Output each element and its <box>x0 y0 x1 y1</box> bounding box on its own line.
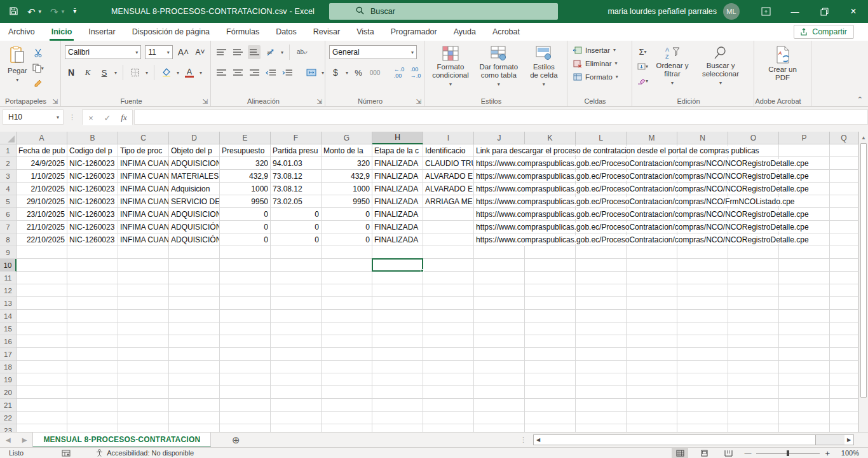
cell-I8[interactable] <box>423 233 474 246</box>
cell-D3[interactable]: MATERIALES <box>169 170 220 183</box>
cell-J19[interactable] <box>474 373 525 386</box>
cell-G15[interactable] <box>322 323 372 335</box>
cell-E20[interactable] <box>220 386 271 399</box>
name-box[interactable]: H10 ▾ <box>3 109 64 125</box>
row-header-12[interactable]: 12 <box>0 284 17 297</box>
cell-J14[interactable] <box>474 310 525 323</box>
tab-programador[interactable]: Programador <box>383 23 445 41</box>
cell-J8[interactable]: https://www.compraspublicas.gob.ec/Proce… <box>474 233 525 246</box>
cell-N17[interactable] <box>677 348 728 361</box>
cell-N21[interactable] <box>677 399 728 412</box>
cell-I19[interactable] <box>423 373 474 386</box>
cell-C9[interactable] <box>118 246 169 259</box>
cell-F3[interactable]: 73.08.12 <box>271 170 322 183</box>
cell-I7[interactable] <box>423 221 474 233</box>
cell-styles-button[interactable]: Estilos de celda▾ <box>525 43 563 90</box>
cell-M15[interactable] <box>627 323 677 335</box>
cell-I17[interactable] <box>423 348 474 361</box>
cell-H15[interactable] <box>372 323 423 335</box>
cell-L22[interactable] <box>576 412 627 424</box>
cell-B19[interactable] <box>67 373 118 386</box>
column-header-J[interactable]: J <box>474 132 525 144</box>
cell-A12[interactable] <box>17 284 67 297</box>
cell-O16[interactable] <box>728 335 779 348</box>
cell-Q20[interactable] <box>830 386 858 399</box>
name-box-dropdown-icon[interactable]: ▾ <box>57 114 59 120</box>
cell-O15[interactable] <box>728 323 779 335</box>
cell-Q2[interactable] <box>830 157 858 170</box>
underline-dropdown-icon[interactable]: ▾ <box>114 70 117 76</box>
page-layout-view-icon[interactable] <box>696 448 712 458</box>
row-header-13[interactable]: 13 <box>0 297 17 310</box>
cell-I9[interactable] <box>423 246 474 259</box>
cell-M11[interactable] <box>627 272 677 284</box>
increase-decimal-icon[interactable]: ←.0.00 <box>393 66 405 80</box>
cell-O23[interactable] <box>728 424 779 432</box>
cell-I14[interactable] <box>423 310 474 323</box>
vertical-scrollbar[interactable]: ▲ <box>858 132 868 432</box>
orientation-icon[interactable]: ab <box>264 45 277 59</box>
cell-A14[interactable] <box>17 310 67 323</box>
cell-C6[interactable]: INFIMA CUANTIA <box>118 208 169 221</box>
cell-G2[interactable]: 320 <box>322 157 372 170</box>
cell-Q18[interactable] <box>830 361 858 373</box>
cell-G5[interactable]: 9950 <box>322 195 372 208</box>
font-dialog-launcher-icon[interactable]: ⇲ <box>203 98 208 105</box>
cell-P23[interactable] <box>779 424 830 432</box>
cell-E9[interactable] <box>220 246 271 259</box>
cell-L14[interactable] <box>576 310 627 323</box>
decrease-indent-icon[interactable] <box>264 66 277 80</box>
cell-M20[interactable] <box>627 386 677 399</box>
cell-A13[interactable] <box>17 297 67 310</box>
restore-button[interactable] <box>810 0 839 23</box>
cell-L16[interactable] <box>576 335 627 348</box>
align-left-icon[interactable] <box>215 66 227 80</box>
row-header-2[interactable]: 2 <box>0 157 17 170</box>
cell-I15[interactable] <box>423 323 474 335</box>
cell-Q14[interactable] <box>830 310 858 323</box>
cell-H7[interactable]: FINALIZADA <box>372 221 423 233</box>
cell-C7[interactable]: INFIMA CUANTIA <box>118 221 169 233</box>
clear-icon[interactable]: ▾ <box>636 74 649 88</box>
cell-D11[interactable] <box>169 272 220 284</box>
cell-G12[interactable] <box>322 284 372 297</box>
cell-J2[interactable]: https://www.compraspublicas.gob.ec/Proce… <box>474 157 525 170</box>
cell-P19[interactable] <box>779 373 830 386</box>
cell-F15[interactable] <box>271 323 322 335</box>
cell-F14[interactable] <box>271 310 322 323</box>
cell-H12[interactable] <box>372 284 423 297</box>
cell-J6[interactable]: https://www.compraspublicas.gob.ec/Proce… <box>474 208 525 221</box>
cell-J1[interactable]: Link para descargar el proceso de contra… <box>474 144 525 157</box>
cell-P16[interactable] <box>779 335 830 348</box>
cell-M13[interactable] <box>627 297 677 310</box>
row-header-4[interactable]: 4 <box>0 183 17 195</box>
scroll-left-icon[interactable]: ◀ <box>534 437 543 443</box>
scroll-up-icon[interactable]: ▲ <box>859 132 868 143</box>
cell-F19[interactable] <box>271 373 322 386</box>
cell-G17[interactable] <box>322 348 372 361</box>
tab-ayuda[interactable]: Ayuda <box>445 23 484 41</box>
cell-B10[interactable] <box>67 259 118 272</box>
cell-D2[interactable]: ADQUISICION <box>169 157 220 170</box>
alignment-dialog-launcher-icon[interactable]: ⇲ <box>317 98 322 105</box>
cell-D1[interactable]: Objeto del p <box>169 144 220 157</box>
close-button[interactable]: × <box>839 0 868 23</box>
cell-L15[interactable] <box>576 323 627 335</box>
cell-D13[interactable] <box>169 297 220 310</box>
row-header-9[interactable]: 9 <box>0 246 17 259</box>
cell-F5[interactable]: 73.02.05 <box>271 195 322 208</box>
row-header-14[interactable]: 14 <box>0 310 17 323</box>
cell-D18[interactable] <box>169 361 220 373</box>
cell-Q6[interactable] <box>830 208 858 221</box>
increase-font-icon[interactable]: A˄ <box>177 45 190 59</box>
currency-format-icon[interactable]: $ <box>329 66 342 80</box>
column-header-O[interactable]: O <box>728 132 779 144</box>
cell-I21[interactable] <box>423 399 474 412</box>
cell-I1[interactable]: Identificacio <box>423 144 474 157</box>
cell-A2[interactable]: 24/9/2025 <box>17 157 67 170</box>
cell-D21[interactable] <box>169 399 220 412</box>
cell-P14[interactable] <box>779 310 830 323</box>
cell-I2[interactable]: CLAUDIO TRU <box>423 157 474 170</box>
cell-Q10[interactable] <box>830 259 858 272</box>
search-box[interactable]: Buscar <box>329 3 558 20</box>
